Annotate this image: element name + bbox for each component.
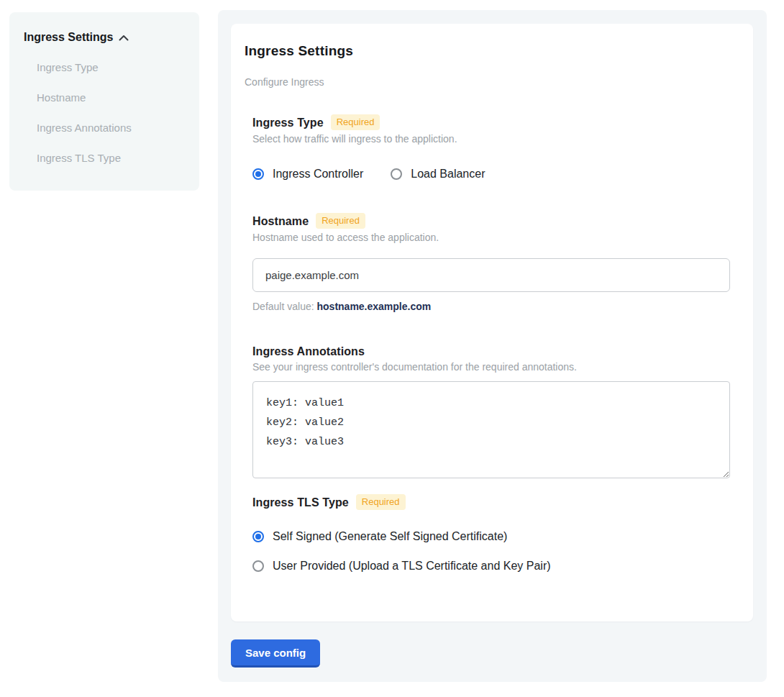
section-ingress-annotations: Ingress Annotations See your ingress con…	[252, 345, 730, 478]
sidebar-item-ingress-annotations[interactable]: Ingress Annotations	[37, 122, 185, 135]
section-hostname: Hostname Required Hostname used to acces…	[252, 213, 730, 313]
radio-label: User Provided (Upload a TLS Certificate …	[273, 559, 551, 573]
radio-option-self-signed[interactable]: Self Signed (Generate Self Signed Certif…	[252, 529, 730, 544]
required-badge: Required	[316, 213, 365, 229]
annotations-textarea[interactable]: key1: value1 key2: value2 key3: value3	[252, 381, 730, 478]
tls-label: Ingress TLS Type	[252, 496, 349, 509]
ingress-type-help: Select how traffic will ingress to the a…	[252, 133, 730, 145]
chevron-up-icon	[119, 35, 129, 41]
annotations-label: Ingress Annotations	[252, 345, 365, 358]
required-badge: Required	[331, 114, 380, 130]
section-ingress-type: Ingress Type Required Select how traffic…	[252, 114, 730, 181]
sidebar-group-ingress-settings[interactable]: Ingress Settings	[24, 31, 185, 44]
radio-selected-icon[interactable]	[252, 531, 264, 542]
form-sections: Ingress Type Required Select how traffic…	[252, 114, 730, 573]
radio-label: Self Signed (Generate Self Signed Certif…	[273, 529, 507, 544]
radio-label: Ingress Controller	[273, 167, 363, 181]
section-ingress-tls-type: Ingress TLS Type Required Self Signed (G…	[252, 494, 730, 573]
hostname-label: Hostname	[252, 214, 309, 228]
default-value-text: hostname.example.com	[317, 301, 432, 312]
hostname-default-note: Default value: hostname.example.com	[252, 301, 730, 313]
hostname-label-row: Hostname Required	[252, 213, 730, 229]
ingress-settings-panel: Ingress Settings Configure Ingress Ingre…	[218, 10, 767, 682]
hostname-help: Hostname used to access the application.	[252, 232, 730, 244]
sidebar-item-ingress-tls-type[interactable]: Ingress TLS Type	[37, 152, 185, 165]
radio-option-ingress-controller[interactable]: Ingress Controller	[252, 167, 363, 181]
hostname-input[interactable]	[252, 258, 730, 292]
tls-radio-group: Self Signed (Generate Self Signed Certif…	[252, 529, 730, 573]
sidebar-group-label: Ingress Settings	[24, 31, 113, 44]
sidebar-item-list: Ingress Type Hostname Ingress Annotation…	[37, 61, 185, 165]
radio-unselected-icon[interactable]	[391, 168, 402, 180]
sidebar-item-ingress-type[interactable]: Ingress Type	[37, 61, 185, 74]
radio-selected-icon[interactable]	[252, 168, 264, 180]
sidebar-item-hostname[interactable]: Hostname	[37, 91, 185, 104]
radio-option-user-provided[interactable]: User Provided (Upload a TLS Certificate …	[252, 559, 730, 573]
settings-sidebar: Ingress Settings Ingress Type Hostname I…	[9, 12, 199, 191]
default-value-prefix: Default value:	[252, 301, 317, 312]
ingress-settings-card: Ingress Settings Configure Ingress Ingre…	[231, 24, 753, 621]
page-subtitle: Configure Ingress	[245, 76, 730, 88]
radio-label: Load Balancer	[411, 167, 485, 181]
annotations-help: See your ingress controller's documentat…	[252, 361, 730, 373]
annotations-label-row: Ingress Annotations	[252, 345, 730, 358]
save-config-button[interactable]: Save config	[231, 639, 320, 668]
ingress-type-label: Ingress Type	[252, 116, 324, 129]
ingress-type-radio-group: Ingress Controller Load Balancer	[252, 167, 730, 181]
radio-unselected-icon[interactable]	[252, 560, 264, 572]
page-title: Ingress Settings	[245, 43, 730, 59]
required-badge: Required	[356, 494, 406, 510]
radio-option-load-balancer[interactable]: Load Balancer	[391, 167, 485, 181]
ingress-type-label-row: Ingress Type Required	[252, 114, 730, 130]
tls-label-row: Ingress TLS Type Required	[252, 494, 730, 510]
